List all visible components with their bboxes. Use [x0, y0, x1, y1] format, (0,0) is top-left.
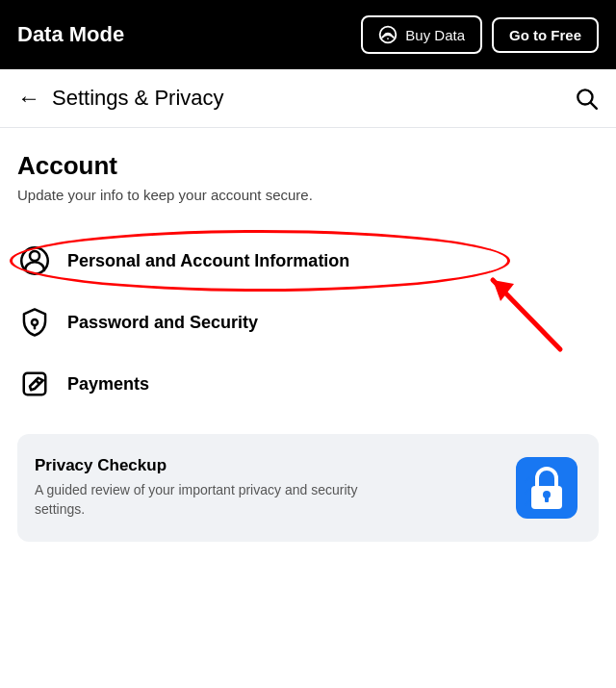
svg-point-1: [387, 38, 389, 39]
privacy-card-description: A guided review of your important privac…: [35, 481, 362, 519]
settings-header-left: ← Settings & Privacy: [17, 85, 224, 112]
person-icon: [17, 243, 52, 278]
svg-line-11: [36, 380, 38, 383]
buy-data-button[interactable]: Buy Data: [361, 15, 482, 54]
settings-header-title: Settings & Privacy: [52, 86, 224, 111]
go-free-label: Go to Free: [509, 27, 581, 43]
svg-text:✓: ✓: [523, 474, 531, 486]
payments-item[interactable]: Payments: [17, 353, 599, 415]
password-security-label: Password and Security: [67, 313, 258, 333]
personal-account-info-item[interactable]: Personal and Account Information: [17, 230, 599, 292]
privacy-card-title: Privacy Checkup: [35, 456, 362, 475]
svg-line-3: [591, 103, 597, 109]
password-security-item[interactable]: Password and Security: [17, 292, 599, 353]
privacy-checkup-card[interactable]: Privacy Checkup A guided review of your …: [17, 434, 599, 542]
settings-header: ← Settings & Privacy: [0, 69, 616, 128]
main-content: Account Update your info to keep your ac…: [0, 128, 616, 559]
top-bar-title: Data Mode: [17, 22, 124, 47]
search-icon[interactable]: [574, 86, 599, 111]
svg-text:✓: ✓: [523, 497, 531, 509]
top-bar: Data Mode Buy Data Go to Free: [0, 0, 616, 69]
shield-icon: [17, 305, 52, 340]
svg-point-4: [30, 251, 39, 261]
payments-label: Payments: [67, 374, 149, 395]
personal-account-label: Personal and Account Information: [67, 251, 349, 271]
svg-rect-18: [545, 497, 549, 502]
pencil-icon: [17, 367, 52, 401]
svg-rect-10: [24, 373, 46, 395]
svg-text:✓: ✓: [523, 486, 531, 497]
account-section-subtitle: Update your info to keep your account se…: [17, 187, 599, 203]
back-button[interactable]: ←: [17, 85, 40, 112]
buy-data-label: Buy Data: [405, 27, 465, 43]
privacy-lock-icon: ✓ ✓ ✓: [512, 453, 581, 522]
privacy-card-text: Privacy Checkup A guided review of your …: [35, 456, 362, 519]
go-to-free-button[interactable]: Go to Free: [492, 17, 599, 53]
wifi-icon: [378, 25, 398, 44]
account-section-title: Account: [17, 151, 599, 181]
top-bar-actions: Buy Data Go to Free: [361, 15, 599, 54]
